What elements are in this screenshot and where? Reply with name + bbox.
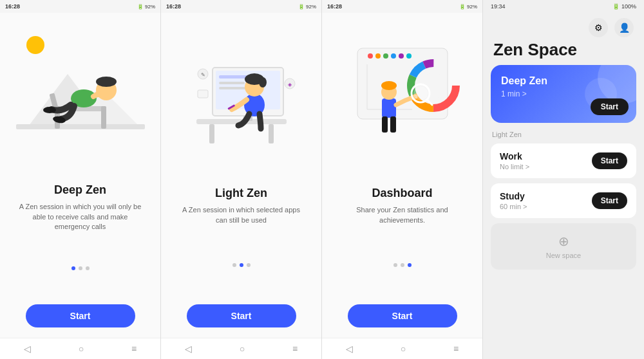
profile-icon: 👤	[619, 23, 630, 33]
screen-desc-1: A Zen session in which you will only be …	[15, 202, 145, 232]
nav-bar-3: ◁ ○ ≡	[322, 338, 482, 359]
deep-zen-panel: 16:28 🔋 92%	[0, 0, 161, 359]
zen-header: ⚙ 👤	[483, 13, 644, 40]
nav-bar-1: ◁ ○ ≡	[0, 338, 160, 359]
dots-3	[393, 263, 412, 267]
study-item-time: 60 min >	[500, 203, 527, 210]
status-bar-2: 16:28 🔋 92%	[161, 0, 321, 13]
time-1: 16:28	[5, 3, 20, 10]
screen-desc-3: Share your Zen statistics and achievemen…	[337, 205, 467, 225]
work-item-name: Work	[500, 151, 529, 161]
svg-rect-3	[16, 124, 145, 129]
menu-icon-2[interactable]: ≡	[292, 344, 298, 354]
back-icon-1[interactable]: ◁	[24, 344, 31, 354]
deep-zen-text: Deep Zen A Zen session in which you will…	[10, 183, 150, 232]
status-bar-3: 16:28 🔋 92%	[322, 0, 482, 13]
dashboard-svg	[338, 29, 467, 151]
dot-3-0	[393, 263, 397, 267]
back-icon-3[interactable]: ◁	[346, 344, 353, 354]
nav-bar-2: ◁ ○ ≡	[161, 338, 321, 359]
svg-point-25	[259, 77, 267, 87]
new-space-label: New space	[546, 252, 581, 259]
home-icon-3[interactable]: ○	[401, 344, 406, 354]
new-space-card[interactable]: ⊕ New space	[491, 223, 636, 270]
svg-point-40	[406, 53, 412, 59]
svg-point-35	[368, 53, 373, 59]
back-icon-2[interactable]: ◁	[185, 344, 192, 354]
screen-desc-2: A Zen session in which selected apps can…	[176, 205, 306, 225]
dots-2	[232, 263, 251, 267]
time-2: 16:28	[166, 3, 181, 10]
svg-rect-31	[198, 90, 208, 98]
start-button-1[interactable]: Start	[26, 304, 135, 327]
menu-icon-3[interactable]: ≡	[453, 344, 459, 354]
light-zen-section-label: Light Zen	[491, 131, 636, 138]
dot-3-1	[401, 263, 404, 267]
svg-rect-6	[101, 106, 106, 129]
zen-battery: 🔋 100%	[612, 3, 636, 10]
work-item: Work No limit > Start	[491, 143, 636, 178]
deep-zen-start-button[interactable]: Start	[591, 98, 629, 115]
deep-zen-content: Deep Zen A Zen session in which you will…	[0, 13, 160, 338]
study-item-info: Study 60 min >	[500, 191, 527, 210]
study-start-button[interactable]: Start	[592, 192, 627, 209]
dashboard-panel: 16:28 🔋 92%	[322, 0, 483, 359]
light-zen-content: ✎ ◈ Light Zen A Zen session in which sel…	[161, 13, 321, 338]
svg-point-37	[383, 53, 388, 59]
screen-title-3: Dashboard	[337, 187, 467, 200]
settings-button[interactable]: ⚙	[589, 18, 608, 37]
home-icon-1[interactable]: ○	[79, 344, 84, 354]
light-zen-illustration: ✎ ◈	[171, 26, 311, 154]
dot-3-2	[408, 263, 412, 267]
svg-point-0	[26, 36, 44, 54]
battery-1: 🔋 92%	[137, 4, 155, 10]
svg-point-53	[413, 86, 428, 100]
zen-space-panel: 19:34 🔋 100% ⚙ 👤 Zen Space Deep Zen 1 mi…	[483, 0, 644, 359]
study-item: Study 60 min > Start	[491, 183, 636, 218]
battery-3: 🔋 92%	[459, 4, 477, 10]
svg-rect-15	[269, 124, 274, 143]
gear-icon: ⚙	[594, 23, 603, 33]
work-start-button[interactable]: Start	[592, 152, 627, 169]
dot-1-1	[79, 266, 82, 270]
zen-space-title: Zen Space	[483, 40, 644, 65]
start-button-2[interactable]: Start	[187, 304, 296, 327]
home-icon-2[interactable]: ○	[240, 344, 245, 354]
svg-point-39	[399, 53, 404, 59]
zen-header-icons: ⚙ 👤	[589, 18, 634, 37]
dot-2-1	[240, 263, 243, 267]
svg-point-36	[375, 53, 381, 59]
svg-rect-47	[382, 98, 396, 118]
svg-point-10	[96, 77, 117, 87]
svg-rect-50	[382, 116, 388, 133]
svg-point-38	[391, 53, 396, 59]
deep-zen-svg	[16, 29, 145, 151]
svg-point-49	[381, 81, 397, 90]
svg-rect-19	[219, 82, 245, 84]
dashboard-text: Dashboard Share your Zen statistics and …	[332, 187, 472, 225]
dot-2-0	[232, 263, 236, 267]
deep-zen-card[interactable]: Deep Zen 1 min > Start	[491, 65, 636, 123]
start-button-3[interactable]: Start	[348, 304, 457, 327]
add-icon: ⊕	[558, 234, 569, 249]
svg-text:◈: ◈	[288, 82, 292, 87]
dashboard-illustration	[332, 26, 472, 154]
dots-1	[71, 266, 90, 270]
zen-time: 19:34	[491, 3, 506, 10]
dashboard-content: Dashboard Share your Zen statistics and …	[322, 13, 482, 338]
work-item-time: No limit >	[500, 163, 529, 170]
menu-icon-1[interactable]: ≡	[131, 344, 137, 354]
zen-content: Deep Zen 1 min > Start Light Zen Work No…	[483, 65, 644, 359]
svg-text:✎: ✎	[201, 72, 205, 78]
work-item-info: Work No limit >	[500, 151, 529, 170]
light-zen-text: Light Zen A Zen session in which selecte…	[171, 187, 311, 225]
screen-title-1: Deep Zen	[15, 183, 145, 197]
screen-title-2: Light Zen	[176, 187, 306, 200]
light-zen-svg: ✎ ◈	[177, 29, 306, 151]
dot-1-2	[86, 266, 90, 270]
zen-status-bar: 19:34 🔋 100%	[483, 0, 644, 13]
profile-button[interactable]: 👤	[614, 18, 634, 37]
deep-zen-illustration	[10, 26, 150, 154]
battery-2: 🔋 92%	[298, 4, 316, 10]
svg-rect-51	[390, 116, 396, 133]
